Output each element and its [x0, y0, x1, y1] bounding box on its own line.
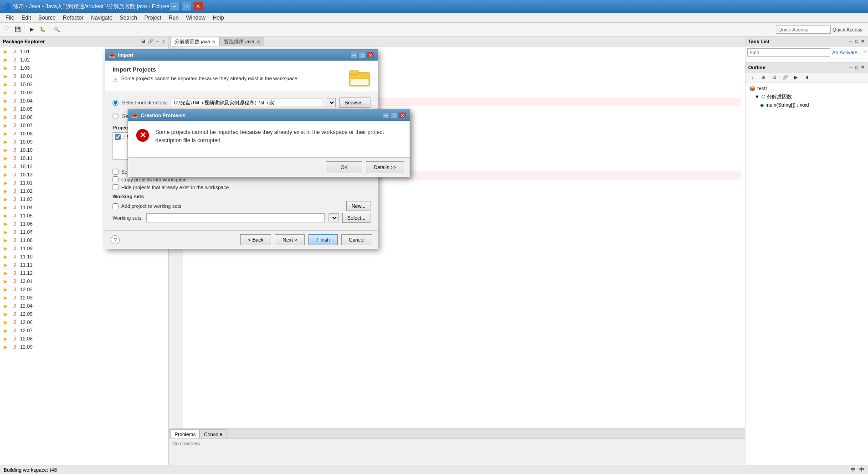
folder-icon-11-10: ▶: [2, 253, 9, 260]
tree-item-11-10[interactable]: ▶ J 11.10: [0, 252, 168, 261]
outline-close[interactable]: ✕: [860, 65, 865, 70]
new-working-set-button[interactable]: New...: [346, 201, 370, 211]
folder-icon-10-08: ▶: [2, 130, 9, 137]
finish-button[interactable]: Finish: [308, 234, 337, 245]
package-icon-11-04: J: [11, 204, 18, 211]
tree-item-12-03[interactable]: ▶ J 12.03: [0, 294, 168, 302]
warning-icon: ⚠: [113, 76, 118, 83]
import-minimize-button[interactable]: ─: [350, 52, 358, 58]
task-activate-label[interactable]: Activate...: [840, 50, 862, 55]
outline-btn-1[interactable]: ↓: [747, 72, 757, 82]
add-working-sets-checkbox[interactable]: [113, 203, 118, 209]
package-icon-11-09: J: [11, 245, 18, 252]
outline-maximize[interactable]: □: [854, 65, 859, 70]
import-close-button[interactable]: ✕: [367, 52, 374, 58]
tab-maopao[interactable]: 冒泡排序.java ✕: [220, 37, 264, 46]
close-button[interactable]: ✕: [193, 2, 203, 11]
search-nested-checkbox[interactable]: [113, 169, 118, 175]
maximize-panel-button[interactable]: □: [161, 39, 165, 44]
menu-refactor[interactable]: Refactor: [59, 14, 87, 22]
root-dir-input[interactable]: [172, 98, 322, 107]
tab-problems[interactable]: Problems: [170, 429, 200, 438]
package-icon-10-09: J: [11, 138, 18, 145]
menu-window[interactable]: Window: [182, 14, 209, 22]
tree-item-12-08[interactable]: ▶ J 12.08: [0, 335, 168, 343]
ime-indicator: 中: [851, 466, 856, 473]
select-working-set-button[interactable]: Select...: [342, 213, 370, 223]
browse-dir-button[interactable]: Browse...: [339, 98, 370, 108]
tab-fenjie[interactable]: 分解质因数.java ✕: [170, 37, 220, 46]
outline-btn-5[interactable]: ▶: [791, 72, 801, 82]
outline-item-class[interactable]: ▼ C 分解质因数: [749, 93, 864, 101]
creation-dialog-controls: ─ □ ✕: [382, 112, 406, 118]
task-minimize[interactable]: ─: [848, 39, 853, 44]
search-toolbar-button[interactable]: 🔍: [52, 25, 62, 35]
tab-console[interactable]: Console: [200, 429, 226, 438]
package-icon-1-03: J: [11, 64, 18, 72]
outline-item-test1[interactable]: 📦 test1: [749, 84, 864, 93]
creation-maximize-button[interactable]: □: [390, 112, 398, 118]
maximize-button[interactable]: □: [181, 2, 191, 11]
root-dir-dropdown[interactable]: [326, 98, 336, 107]
folder-icon-12-08: ▶: [2, 335, 9, 342]
menu-project[interactable]: Project: [141, 14, 165, 22]
link-button[interactable]: 🔗: [147, 39, 154, 44]
debug-button[interactable]: 🐛: [38, 25, 48, 35]
outline-btn-3[interactable]: ⊡: [769, 72, 779, 82]
run-button[interactable]: ▶: [27, 25, 37, 35]
import-maximize-button[interactable]: □: [359, 52, 366, 58]
task-find-input[interactable]: [747, 48, 830, 57]
task-maximize[interactable]: □: [854, 39, 859, 44]
folder-icon-10-01: ▶: [2, 72, 9, 80]
task-all-label[interactable]: All: [832, 50, 837, 55]
quick-access-input[interactable]: [776, 26, 831, 34]
menu-edit[interactable]: Edit: [18, 14, 35, 22]
tab-maopao-close[interactable]: ✕: [257, 39, 260, 44]
root-dir-radio[interactable]: [113, 100, 118, 106]
back-button[interactable]: < Back: [240, 234, 271, 245]
tree-item-12-01[interactable]: ▶ J 12.01: [0, 277, 168, 285]
menu-source[interactable]: Source: [35, 14, 59, 22]
minimize-panel-button[interactable]: ─: [155, 39, 160, 44]
collapse-all-button[interactable]: ⊟: [140, 39, 146, 44]
tree-item-12-06[interactable]: ▶ J 12.06: [0, 318, 168, 326]
menu-navigate[interactable]: Navigate: [87, 14, 116, 22]
creation-minimize-button[interactable]: ─: [382, 112, 390, 118]
task-close[interactable]: ✕: [860, 39, 865, 44]
next-button[interactable]: Next >: [275, 234, 305, 245]
hide-projects-checkbox[interactable]: [113, 184, 118, 190]
outline-btn-6[interactable]: ⏸: [802, 72, 812, 82]
folder-icon-10-11: ▶: [2, 155, 9, 162]
creation-close-button[interactable]: ✕: [399, 112, 406, 118]
creation-dialog-body: ✕ Some projects cannot be imported becau…: [128, 121, 410, 157]
working-sets-dropdown[interactable]: [329, 213, 339, 222]
save-button[interactable]: 💾: [13, 25, 23, 35]
tree-item-12-04[interactable]: ▶ J 12.04: [0, 302, 168, 310]
working-sets-input[interactable]: [146, 213, 325, 222]
outline-btn-4[interactable]: 🔗: [780, 72, 790, 82]
tree-item-11-12[interactable]: ▶ J 11.12: [0, 269, 168, 277]
new-button[interactable]: 📄: [2, 25, 12, 35]
project-checkbox[interactable]: [115, 134, 121, 140]
menu-search[interactable]: Search: [116, 14, 141, 22]
tab-fenjie-close[interactable]: ✕: [212, 39, 216, 44]
menu-file[interactable]: File: [2, 14, 18, 22]
tree-item-12-09[interactable]: ▶ J 12.09: [0, 343, 168, 351]
tree-item-12-07[interactable]: ▶ J 12.07: [0, 326, 168, 335]
tree-item-12-02[interactable]: ▶ J 12.02: [0, 285, 168, 294]
menu-run[interactable]: Run: [165, 14, 182, 22]
archive-radio[interactable]: [113, 113, 118, 119]
ok-button[interactable]: OK: [326, 161, 362, 173]
details-button[interactable]: Details >>: [366, 161, 404, 173]
copy-projects-checkbox[interactable]: [113, 176, 118, 182]
tree-item-12-05[interactable]: ▶ J 12.05: [0, 310, 168, 318]
quick-access-label: Quick Access: [832, 27, 863, 32]
import-help-button[interactable]: ?: [111, 235, 120, 244]
outline-item-method[interactable]: ◆ main(String[]) : void: [749, 101, 864, 109]
tree-item-11-11[interactable]: ▶ J 11.11: [0, 261, 168, 269]
menu-help[interactable]: Help: [209, 14, 228, 22]
outline-minimize[interactable]: ─: [848, 65, 853, 70]
cancel-button[interactable]: Cancel: [341, 234, 372, 245]
outline-btn-2[interactable]: ⊞: [758, 72, 768, 82]
minimize-button[interactable]: ─: [169, 2, 180, 11]
